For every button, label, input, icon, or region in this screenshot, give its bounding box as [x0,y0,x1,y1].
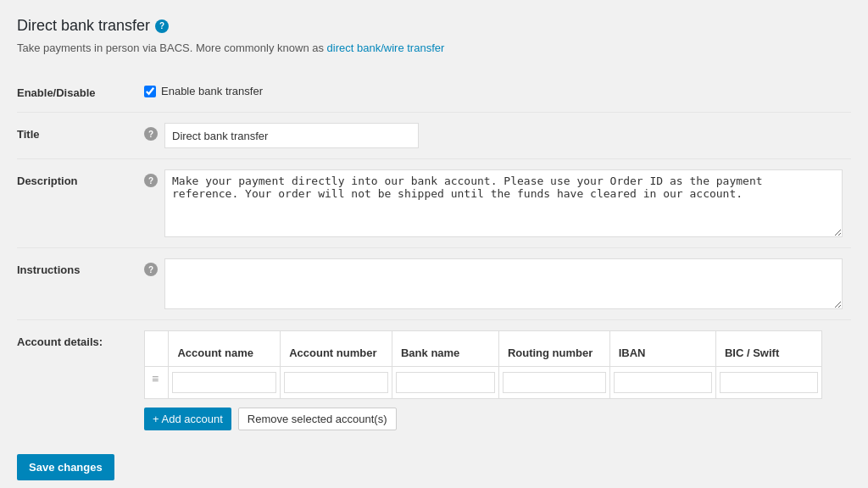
bic-swift-cell [715,367,821,399]
drag-handle-cell: ≡ [145,367,169,399]
iban-cell [609,367,715,399]
routing-number-header: Routing number [498,331,609,367]
account-actions: + Add account Remove selected account(s) [144,408,822,430]
account-number-cell [281,367,392,399]
instructions-label: Instructions [17,248,136,320]
bank-name-header: Bank name [392,331,498,367]
enable-disable-label: Enable/Disable [17,71,136,113]
account-name-cell [169,367,281,399]
enable-checkbox[interactable] [144,86,156,97]
bank-name-input[interactable] [396,372,495,393]
description-field: ? Make your payment directly into our ba… [136,159,851,248]
bic-swift-header: BIC / Swift [715,331,821,367]
page-container: Direct bank transfer ? Take payments in … [17,17,851,480]
enable-checkbox-label[interactable]: Enable bank transfer [144,81,843,97]
description-help-icon[interactable]: ? [144,174,158,187]
title-help-icon[interactable]: ? [155,19,169,33]
account-details-field: Account name Account number Bank name [136,320,851,441]
account-name-input[interactable] [172,372,276,393]
routing-number-input[interactable] [503,372,606,393]
account-details-row: Account details: Account name [17,320,851,441]
page-subtitle: Take payments in person via BACS. More c… [17,42,851,54]
instructions-help-icon[interactable]: ? [144,263,158,276]
title-label: Title [17,113,136,159]
instructions-row: Instructions ? [17,248,851,320]
enable-disable-field: Enable bank transfer [136,71,851,113]
bank-name-cell [392,367,498,399]
enable-disable-row: Enable/Disable Enable bank transfer [17,71,851,113]
account-name-header: Account name [169,331,281,367]
instructions-textarea[interactable] [164,258,843,309]
title-row: Title ? [17,113,851,159]
page-title-text: Direct bank transfer [17,17,150,35]
bic-swift-input[interactable] [720,372,818,393]
drag-handle-icon[interactable]: ≡ [148,372,162,385]
description-row: Description ? Make your payment directly… [17,159,851,248]
remove-account-button[interactable]: Remove selected account(s) [238,408,397,430]
enable-checkbox-text: Enable bank transfer [161,85,263,97]
title-help-icon[interactable]: ? [144,127,158,141]
routing-number-cell [498,367,609,399]
page-title: Direct bank transfer ? [17,17,851,35]
account-number-input[interactable] [284,372,388,393]
iban-header: IBAN [609,331,715,367]
account-table: Account name Account number Bank name [144,330,822,399]
iban-input[interactable] [614,372,712,393]
save-changes-button[interactable]: Save changes [17,454,114,480]
drag-col-header [145,331,169,367]
subtitle-link[interactable]: direct bank/wire transfer [327,42,445,54]
add-account-button[interactable]: + Add account [144,408,231,430]
account-details-section: Account name Account number Bank name [144,330,822,430]
account-table-row: ≡ [145,367,822,399]
account-number-header: Account number [281,331,392,367]
save-row: Save changes [17,441,851,480]
title-input[interactable] [164,123,419,148]
instructions-field: ? [136,248,851,320]
form-table: Enable/Disable Enable bank transfer Titl… [17,71,851,441]
account-table-header: Account name Account number Bank name [145,331,822,367]
title-field: ? [136,113,851,159]
description-label: Description [17,159,136,248]
description-textarea[interactable]: Make your payment directly into our bank… [164,169,843,237]
account-details-label: Account details: [17,320,136,441]
